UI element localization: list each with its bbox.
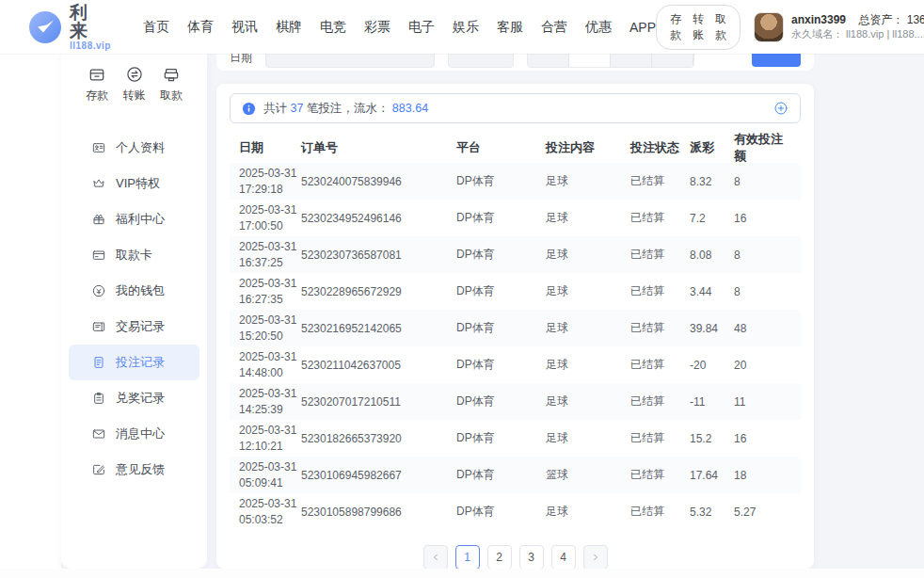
cell-order: 5230240075839946	[301, 175, 456, 188]
site-logo[interactable]: 利 来 ll188.vip	[28, 4, 111, 51]
domain-value: ll188.vip | ll188....	[846, 27, 924, 41]
table-row[interactable]: 2025-03-3117:29:18 5230240075839946 DP体育…	[230, 163, 801, 200]
deposit-icon	[88, 65, 106, 84]
cell-order: 5230234952496146	[301, 212, 456, 225]
page-number-button[interactable]: 1	[455, 545, 480, 570]
plus-circle-icon[interactable]	[773, 101, 789, 116]
wallet-action[interactable]: 存款	[670, 11, 681, 43]
nav-item[interactable]: APP	[629, 20, 656, 35]
table-row[interactable]: 2025-03-3116:27:35 5230228965672929 DP体育…	[230, 273, 801, 310]
gift-icon	[91, 212, 106, 227]
cell-order: 5230216952142065	[301, 322, 456, 335]
sidebar-item[interactable]: 投注记录	[69, 345, 199, 380]
table-row[interactable]: 2025-03-3116:37:25 5230230736587081 DP体育…	[230, 236, 801, 273]
cell-status: 已结算	[630, 357, 690, 373]
segment[interactable]	[652, 54, 693, 67]
date-range-input[interactable]	[265, 54, 435, 68]
assets-label: 总资产：	[858, 13, 903, 26]
cell-payout: 15.2	[690, 432, 734, 445]
cell-order: 5230106945982667	[301, 469, 456, 482]
cell-valid-amount: 18	[734, 469, 791, 482]
sidebar-item[interactable]: 交易记录	[69, 309, 199, 345]
prev-page-button[interactable]	[423, 545, 448, 570]
nav-item[interactable]: 合营	[541, 19, 567, 36]
cell-platform: DP体育	[456, 467, 546, 483]
segment[interactable]	[569, 54, 611, 67]
table-row[interactable]: 2025-03-3115:20:50 5230216952142065 DP体育…	[230, 310, 801, 346]
column-header: 有效投注额	[734, 131, 791, 165]
sidebar-item[interactable]: VIP特权	[69, 166, 199, 201]
table-row[interactable]: 2025-03-3114:48:00 5230211042637005 DP体育…	[230, 346, 801, 383]
sidebar-item-label: 个人资料	[116, 139, 165, 156]
wallet-action[interactable]: 取款	[715, 11, 726, 43]
nav-item[interactable]: 电竞	[320, 19, 346, 36]
main-nav: 首页 体育 视讯 棋牌 电竞 彩票 电子 娱乐 客服 合营 优惠 AP	[143, 19, 656, 36]
logo-name: 利 来	[70, 4, 111, 40]
feedback-icon	[91, 462, 106, 477]
filter-search-button[interactable]	[752, 54, 801, 67]
sidebar-item-label: 福利中心	[116, 211, 165, 228]
cell-order: 5230230736587081	[301, 249, 456, 262]
cell-order: 5230211042637005	[301, 359, 456, 372]
sidebar-item[interactable]: 福利中心	[69, 201, 199, 237]
page-number-button[interactable]: 4	[551, 545, 576, 570]
page-number-button[interactable]: 2	[487, 545, 512, 570]
cell-platform: DP体育	[456, 320, 546, 336]
wallet-action[interactable]: 转账	[693, 11, 704, 43]
user-box[interactable]: anxin3399 总资产： 1363.49元 永久域名： ll188.vip …	[754, 12, 924, 42]
quick-action-label: 存款	[86, 88, 108, 104]
cell-status: 已结算	[630, 173, 690, 189]
nav-item[interactable]: 娱乐	[453, 19, 479, 36]
sidebar-item[interactable]: 我的钱包	[69, 273, 199, 309]
next-page-button[interactable]	[583, 545, 608, 570]
filter-select[interactable]	[448, 54, 514, 68]
column-header: 投注状态	[630, 139, 690, 156]
table-row[interactable]: 2025-03-3105:03:52 5230105898799686 DP体育…	[230, 493, 801, 530]
cell-content: 足球	[546, 320, 630, 336]
bottom-strip	[0, 569, 924, 578]
column-header: 平台	[456, 139, 546, 156]
sidebar-item[interactable]: 消息中心	[69, 416, 199, 452]
column-header: 派彩	[690, 139, 734, 156]
quick-action[interactable]: 转账	[123, 65, 146, 104]
filter-card-cropped: 日期	[216, 54, 814, 71]
logo-domain: ll188.vip	[70, 41, 111, 51]
nav-item[interactable]: 彩票	[364, 19, 390, 36]
cell-valid-amount: 20	[734, 359, 791, 372]
summary-count: 37	[290, 102, 303, 115]
avatar[interactable]	[754, 12, 784, 42]
segment[interactable]	[528, 54, 569, 67]
table-row[interactable]: 2025-03-3112:10:21 5230182665373920 DP体育…	[230, 420, 801, 457]
nav-item[interactable]: 首页	[143, 19, 169, 36]
table-row[interactable]: 2025-03-3117:00:50 5230234952496146 DP体育…	[230, 200, 801, 236]
vip-crown-icon	[91, 176, 106, 191]
page-number-button[interactable]: 3	[519, 545, 544, 570]
sidebar-item[interactable]: 意见反馈	[69, 452, 199, 488]
nav-item[interactable]: 优惠	[585, 19, 612, 36]
cell-content: 足球	[546, 247, 630, 263]
quick-action[interactable]: 存款	[86, 65, 108, 104]
user-line-2: 永久域名： ll188.vip | ll188....	[791, 27, 924, 41]
quick-action[interactable]: 取款	[160, 65, 183, 104]
sidebar-item[interactable]: 个人资料	[69, 130, 199, 166]
date-shortcut-segments[interactable]	[527, 54, 694, 68]
table-row[interactable]: 2025-03-3114:25:39 5230207017210511 DP体育…	[230, 383, 801, 420]
nav-item[interactable]: 客服	[497, 19, 523, 36]
sidebar-item-label: VIP特权	[116, 175, 160, 192]
nav-item[interactable]: 体育	[187, 19, 214, 36]
cell-platform: DP体育	[456, 430, 546, 446]
cell-date: 2025-03-3112:10:21	[239, 423, 301, 453]
cell-date: 2025-03-3115:20:50	[239, 313, 301, 343]
nav-item[interactable]: 棋牌	[276, 19, 302, 36]
nav-item[interactable]: 视讯	[231, 19, 258, 36]
sidebar-item[interactable]: 取款卡	[69, 237, 199, 273]
logo-icon	[28, 10, 62, 44]
sidebar-item-label: 消息中心	[116, 425, 165, 442]
cell-payout: 7.2	[690, 212, 734, 225]
bet-records-card: 共计 37 笔投注，流水： 883.64 日期 订单号 平台	[216, 84, 814, 569]
segment[interactable]	[611, 54, 652, 67]
sidebar-item[interactable]: 兑奖记录	[69, 380, 199, 416]
summary-text: 共计 37 笔投注，流水： 883.64	[263, 101, 428, 117]
nav-item[interactable]: 电子	[408, 19, 435, 36]
table-row[interactable]: 2025-03-3105:09:41 5230106945982667 DP体育…	[230, 457, 801, 493]
